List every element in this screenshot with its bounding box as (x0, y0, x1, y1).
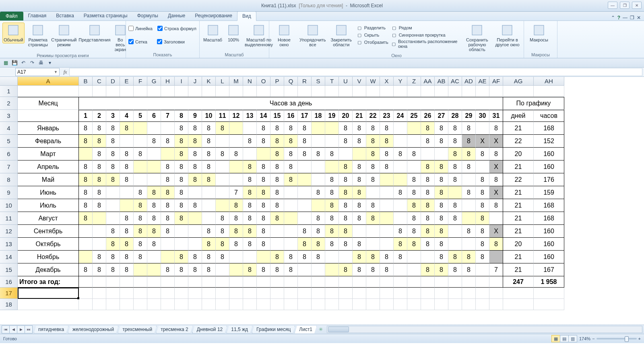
cell[interactable]: 8 (353, 199, 366, 212)
cell[interactable] (229, 160, 243, 173)
cell[interactable]: По графику (503, 97, 564, 110)
row-header[interactable]: 10 (0, 199, 18, 212)
ribbon-tab[interactable]: Вставка (51, 11, 79, 21)
cell[interactable] (79, 238, 93, 251)
cell[interactable] (93, 238, 106, 251)
cell[interactable]: 8 (366, 263, 380, 276)
cell[interactable] (188, 238, 202, 251)
cell[interactable]: 8 (257, 186, 270, 199)
cell[interactable]: Сентябрь (18, 225, 79, 238)
cell[interactable] (312, 122, 325, 135)
cell[interactable] (312, 86, 325, 97)
cell[interactable] (284, 276, 298, 288)
column-header[interactable]: AH (534, 77, 564, 86)
cell[interactable] (366, 299, 380, 310)
cell[interactable] (476, 299, 489, 310)
cell[interactable]: 30 (476, 110, 489, 122)
cell[interactable]: 8 (284, 135, 298, 148)
cell[interactable]: 8 (120, 263, 134, 276)
cell[interactable] (284, 212, 298, 225)
cell[interactable]: 8 (366, 251, 380, 263)
cell[interactable]: 8 (435, 263, 448, 276)
cell[interactable]: 8 (476, 251, 489, 263)
cell[interactable] (18, 110, 79, 122)
cell[interactable] (93, 225, 106, 238)
cell[interactable]: 8 (257, 225, 270, 238)
cell[interactable]: 8 (175, 186, 188, 199)
cell[interactable] (407, 299, 421, 310)
cell[interactable]: X (489, 225, 503, 238)
cell[interactable] (312, 288, 325, 299)
cell[interactable] (270, 276, 284, 288)
column-header[interactable]: F (134, 77, 147, 86)
ribbon-button[interactable]: Упорядочить все (299, 23, 326, 48)
cell[interactable]: 8 (407, 225, 421, 238)
cell[interactable]: 8 (120, 212, 134, 225)
cell[interactable] (202, 276, 216, 288)
cell[interactable] (106, 186, 120, 199)
cell[interactable]: 8 (93, 173, 106, 186)
cell[interactable]: 8 (161, 199, 175, 212)
column-header[interactable]: AA (421, 77, 435, 86)
cell[interactable]: 8 (202, 135, 216, 148)
cell[interactable]: 8 (462, 135, 476, 148)
cell[interactable]: 8 (202, 238, 216, 251)
cell[interactable]: 8 (202, 225, 216, 238)
row-header[interactable]: 4 (0, 122, 18, 135)
cell[interactable]: Март (18, 148, 79, 160)
cell[interactable]: 28 (448, 110, 462, 122)
row-header[interactable]: 17 (0, 288, 18, 299)
cell[interactable]: 8 (175, 199, 188, 212)
cell[interactable] (462, 299, 476, 310)
cell[interactable]: 8 (394, 251, 407, 263)
cell[interactable] (161, 148, 175, 160)
cell[interactable]: 8 (476, 238, 489, 251)
cell[interactable] (175, 288, 188, 299)
cell[interactable]: 8 (147, 135, 161, 148)
cell[interactable] (188, 186, 202, 199)
cell[interactable] (106, 288, 120, 299)
cell[interactable]: 160 (534, 251, 564, 263)
cell[interactable]: 8 (339, 225, 353, 238)
qat-dropdown-icon[interactable]: ▾ (47, 60, 53, 66)
cell[interactable]: 8 (476, 186, 489, 199)
cell[interactable] (134, 299, 147, 310)
cell[interactable]: 4 (120, 110, 134, 122)
cell[interactable]: 8 (79, 173, 93, 186)
cell[interactable]: 8 (188, 122, 202, 135)
cell[interactable] (312, 160, 325, 173)
cell[interactable]: 8 (435, 225, 448, 238)
cell[interactable] (312, 173, 325, 186)
file-tab[interactable]: Файл (0, 12, 23, 21)
cell[interactable] (93, 86, 106, 97)
cell[interactable]: 8 (421, 212, 435, 225)
cell[interactable] (407, 122, 421, 135)
cell[interactable] (462, 276, 476, 288)
cell[interactable]: 8 (202, 263, 216, 276)
cell[interactable] (120, 199, 134, 212)
cell[interactable] (216, 173, 229, 186)
cell[interactable]: 8 (243, 199, 257, 212)
cell[interactable] (284, 199, 298, 212)
cell[interactable] (476, 276, 489, 288)
cell[interactable]: 8 (366, 199, 380, 212)
cell[interactable]: 8 (380, 122, 394, 135)
row-header[interactable]: 12 (0, 225, 18, 238)
cell[interactable]: 8 (175, 212, 188, 225)
cell[interactable] (448, 299, 462, 310)
cell[interactable]: 8 (421, 225, 435, 238)
cell[interactable]: 7 (489, 263, 503, 276)
sheet-tab[interactable]: 11,5 жд (227, 326, 252, 333)
cell[interactable]: 8 (93, 148, 106, 160)
cell[interactable]: 2 (93, 110, 106, 122)
cell[interactable]: 8 (298, 135, 312, 148)
cell[interactable]: 8 (134, 225, 147, 238)
row-header[interactable]: 1 (0, 86, 18, 97)
column-header[interactable]: AB (435, 77, 448, 86)
cell[interactable] (161, 238, 175, 251)
cell[interactable] (188, 225, 202, 238)
next-sheet-icon[interactable]: ▶ (17, 325, 25, 333)
column-header[interactable]: M (229, 77, 243, 86)
cell[interactable]: 8 (325, 212, 339, 225)
cell[interactable]: 8 (243, 263, 257, 276)
